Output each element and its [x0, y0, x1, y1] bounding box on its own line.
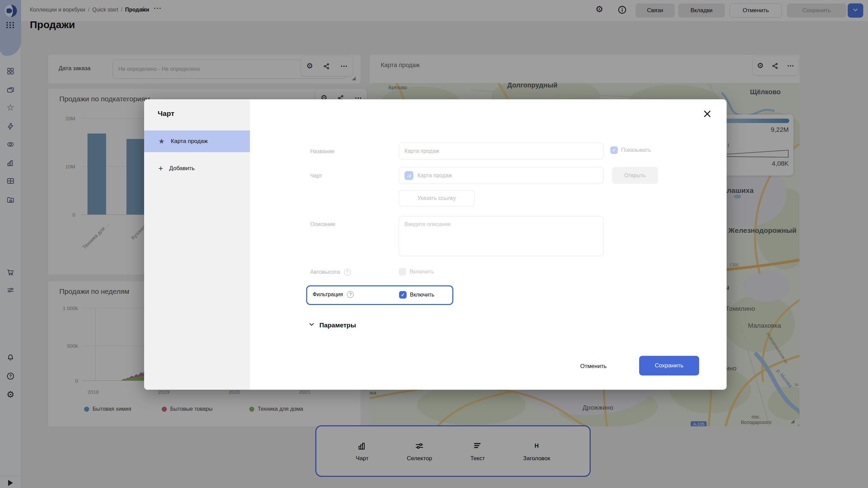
name-field-label: Название: [310, 148, 335, 155]
name-input[interactable]: Карта продаж: [399, 143, 604, 160]
help-icon[interactable]: ?: [344, 269, 351, 276]
description-field-label: Описание: [310, 221, 335, 227]
chart-input-value: Карта продаж: [417, 172, 452, 179]
chart-field-label: Чарт: [310, 173, 322, 179]
chart-type-icon: [405, 171, 413, 180]
dialog-save-button[interactable]: Сохранить: [639, 356, 699, 375]
plus-icon: +: [158, 164, 163, 173]
open-chart-button[interactable]: Открыть: [612, 167, 658, 184]
autoheight-checkbox-row[interactable]: Включить: [399, 268, 434, 276]
filtering-label: Фильтрация: [313, 291, 343, 298]
filtering-row: Фильтрация ?: [313, 291, 354, 298]
chart-input[interactable]: Карта продаж: [399, 167, 604, 184]
star-icon: ★: [158, 137, 165, 145]
autoheight-row: Автовысота ?: [310, 269, 351, 276]
show-checkbox-label: Показывать: [621, 147, 651, 153]
add-item-button[interactable]: + Добавить: [144, 158, 250, 179]
dialog-cancel-button[interactable]: Отменить: [575, 359, 612, 374]
filtering-checkbox[interactable]: [399, 291, 407, 299]
dialog-item-label: Карта продаж: [171, 138, 208, 145]
autoheight-checkbox[interactable]: [399, 268, 406, 276]
show-checkbox[interactable]: [610, 146, 618, 154]
chevron-down-icon: [309, 321, 315, 329]
chart-settings-dialog: Чарт ★ Карта продаж + Добавить Название …: [144, 99, 727, 390]
help-icon[interactable]: ?: [347, 291, 354, 298]
filtering-checkbox-label: Включить: [410, 292, 434, 298]
show-checkbox-row[interactable]: Показывать: [610, 146, 651, 154]
autoheight-label: Автовысота: [310, 269, 340, 275]
params-section-label: Параметры: [319, 322, 356, 329]
description-textarea[interactable]: Введите описание: [399, 216, 604, 256]
params-section-toggle[interactable]: Параметры: [309, 321, 356, 329]
dialog-items-panel: Чарт ★ Карта продаж + Добавить: [144, 99, 250, 390]
set-link-button[interactable]: Указать ссылку: [399, 190, 475, 206]
filtering-checkbox-row[interactable]: Включить: [399, 291, 434, 299]
autoheight-checkbox-label: Включить: [410, 269, 434, 275]
dialog-item-selected[interactable]: ★ Карта продаж: [144, 130, 250, 152]
filtering-highlight-ring: Фильтрация ? Включить: [306, 285, 453, 305]
dialog-title: Чарт: [158, 109, 174, 118]
app-screen: ☆ ? ⚙ Коллекц: [0, 0, 868, 488]
add-item-label: Добавить: [169, 165, 195, 172]
close-icon[interactable]: [702, 109, 712, 119]
